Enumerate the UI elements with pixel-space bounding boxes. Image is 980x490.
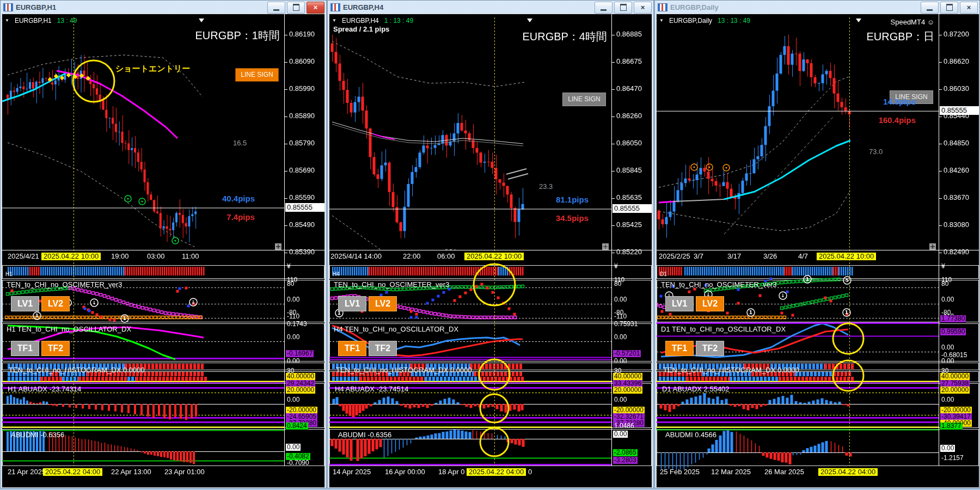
- close-button[interactable]: ×: [960, 2, 978, 14]
- indicator-scale-label: 0.00: [286, 396, 301, 403]
- abuadx-label: H4 ABUADX -23.74514: [335, 385, 408, 393]
- chevron-down-icon[interactable]: ▼: [332, 19, 336, 23]
- bottom-axis-label: 2025.04.22 04:00: [467, 468, 526, 476]
- lv2-button[interactable]: LV2: [41, 296, 70, 311]
- oscillator-label: D1 TEN_to_CHI_no_OSCILLATOR_DX: [661, 326, 786, 333]
- mt4-workspace: EURGBP,H1 × ▼ EURGBP,H1 13 : 49 EURGBP：1…: [0, 0, 980, 490]
- price-tick-label: 0.86470: [616, 85, 642, 93]
- lv1-button[interactable]: LV1: [338, 296, 366, 311]
- price-tick-label: 0.86050: [616, 139, 642, 147]
- histogram-label: TEN_to_CHI_no_HISTOGRAM_DX 0.0000: [336, 366, 472, 374]
- window-titlebar-1[interactable]: EURGBP,H4 ×: [328, 1, 653, 14]
- chart-canvas-0[interactable]: [2, 14, 324, 486]
- price-tick-label: 0.83670: [944, 194, 969, 201]
- speedmt4-label: SpeedMT4 ☺: [891, 19, 934, 26]
- chart-canvas-2[interactable]: [657, 14, 979, 486]
- gray-value-label: 16.5: [233, 139, 247, 147]
- candle-timer: 13 : 13 : 49: [718, 17, 750, 24]
- price-tick-label: 0.85490: [289, 221, 315, 229]
- indicator-scale-label: 1.77380: [940, 315, 966, 322]
- tf2-button[interactable]: TF2: [369, 341, 397, 356]
- restore-button[interactable]: [287, 2, 305, 14]
- chart-icon: [3, 3, 13, 11]
- indicator-scale-label: -1.2157: [940, 455, 965, 462]
- window-controls: ×: [921, 2, 978, 14]
- pips-above-label: 14.3pips: [883, 97, 916, 107]
- line-sign-button[interactable]: LINE SIGN: [235, 68, 279, 82]
- abudmi-label: ABUDMI -0.6356: [11, 431, 64, 439]
- abuadx-label: D1 ABUADX 2.55402: [662, 385, 730, 393]
- minimize-button[interactable]: [921, 2, 939, 14]
- close-icon: ×: [314, 3, 318, 11]
- indicator-scale-label: 0.99590: [940, 328, 966, 335]
- oscimeter-label: TEN_to_CHI_no_OSCIMETER_ver3: [7, 281, 122, 289]
- tf1-button[interactable]: TF1: [11, 341, 39, 356]
- chart-canvas-1[interactable]: [329, 14, 652, 486]
- indicator-scale-label: 0.00: [286, 296, 301, 303]
- indicator-scale-label: 0.00: [940, 296, 955, 303]
- time-axis-label: 2025.04.22 10:00: [41, 253, 101, 260]
- time-axis-label: 11:00: [182, 253, 199, 260]
- lv1-button[interactable]: LV1: [665, 296, 694, 311]
- restore-button[interactable]: [940, 2, 958, 14]
- pips-below-label: 7.4pips: [226, 213, 255, 222]
- indicator-scale-label: -0.7090: [286, 460, 310, 467]
- ribbon-tag: H4: [333, 271, 340, 277]
- pips-above-label: 81.1pips: [556, 195, 589, 205]
- short-entry-annotation: ショートエントリー: [115, 64, 190, 74]
- lv2-button[interactable]: LV2: [696, 296, 724, 311]
- window-titlebar-0[interactable]: EURGBP,H1 ×: [1, 1, 326, 14]
- close-icon: ×: [641, 3, 645, 11]
- minimize-icon: [601, 9, 607, 11]
- tf1-button[interactable]: TF1: [665, 341, 694, 356]
- time-axis-label: 4/7: [798, 253, 808, 260]
- chart-content-0: ▼ EURGBP,H1 13 : 49 EURGBP：1時間 LINE SIGN…: [2, 14, 325, 488]
- indicator-scale-label: 80: [286, 280, 295, 287]
- symbol-row: ▼ EURGBP,H1 13 : 49: [5, 17, 77, 24]
- price-tick-label: 0.86675: [616, 58, 642, 65]
- close-button[interactable]: ×: [307, 2, 324, 14]
- chart-icon: [330, 3, 340, 11]
- price-tick-label: 0.85790: [289, 139, 315, 147]
- indicator-scale-label: 0.00: [940, 344, 955, 351]
- close-button[interactable]: ×: [634, 2, 652, 14]
- pips-below-label: 160.4pips: [879, 116, 916, 125]
- minimize-button[interactable]: [595, 2, 612, 14]
- price-tick-label: 0.85990: [289, 85, 315, 93]
- symbol-row: ▼ EURGBP,Daily 13 : 13 : 49: [659, 17, 750, 24]
- chart-content-2: ▼ EURGBP,Daily 13 : 13 : 49 SpeedMT4 ☺ E…: [656, 14, 979, 488]
- indicator-scale-label: 0.00: [940, 358, 955, 365]
- indicator-scale-label: 0.00: [613, 396, 628, 403]
- oscillator-label: H1 TEN_to_CHI_no_OSCILLATOR_DX: [7, 326, 131, 333]
- oscimeter-label: TEN_to_CHI_no_OSCIMETER_ver3: [334, 281, 449, 289]
- indicator-scale-label: 80: [940, 280, 950, 287]
- window-titlebar-2[interactable]: EURGBP,Daily ×: [655, 1, 979, 14]
- bottom-axis-label: 0: [528, 468, 532, 476]
- indicator-scale-label: ¥: [940, 263, 946, 270]
- indicator-scale-label: 0.00: [940, 396, 955, 403]
- price-tick-label: 0.86260: [616, 112, 642, 120]
- lv2-button[interactable]: LV2: [369, 296, 397, 311]
- indicator-scale-label: 0.75931: [613, 321, 639, 328]
- restore-icon: [620, 4, 627, 11]
- indicator-scale-label: 0.00: [613, 431, 628, 438]
- tf1-button[interactable]: TF1: [338, 341, 366, 356]
- gray-value-label: 73.0: [869, 148, 883, 156]
- chevron-down-icon[interactable]: ▼: [5, 19, 9, 23]
- indicator-scale-label: 20.00000: [940, 387, 970, 394]
- lv1-button[interactable]: LV1: [11, 296, 39, 311]
- indicator-scale-label: -0.16967: [286, 350, 314, 357]
- time-axis-label: 2025/2/25: [659, 253, 690, 260]
- restore-button[interactable]: [614, 2, 632, 14]
- tf2-button[interactable]: TF2: [696, 341, 724, 356]
- symbol-label: EURGBP,H4: [342, 17, 379, 24]
- timeframe-watermark: EURGBP：4時間: [522, 30, 607, 42]
- minimize-button[interactable]: [267, 2, 285, 14]
- bottom-axis-label: 23 Apr 01:00: [164, 468, 205, 476]
- gray-value-label: 23.3: [539, 183, 553, 191]
- chevron-down-icon[interactable]: ▼: [659, 19, 664, 23]
- line-sign-button[interactable]: LINE SIGN: [562, 93, 606, 106]
- oscimeter-label: TEN_to_CHI_no_OSCIMETER_ver3: [661, 281, 776, 289]
- tf2-button[interactable]: TF2: [41, 341, 70, 356]
- indicator-scale-label: 0.00: [286, 358, 301, 365]
